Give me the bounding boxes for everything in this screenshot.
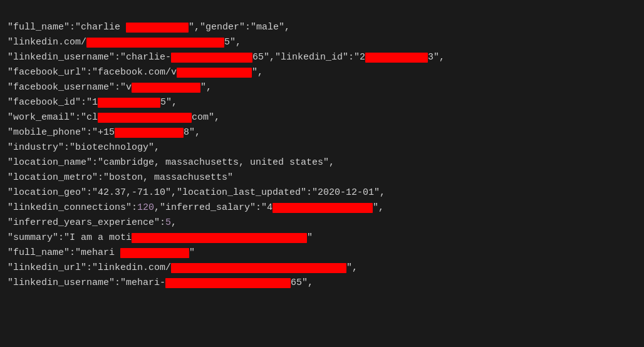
redacted-block xyxy=(132,83,200,93)
code-line: "linkedin_username":"mehari-65", xyxy=(8,276,636,291)
code-text: 5", xyxy=(160,95,177,110)
code-text: 120 xyxy=(137,200,154,215)
code-text: "location_name":"cambridge, massachusett… xyxy=(8,155,335,170)
code-text: "location_geo":"42.37,-71.10","location_… xyxy=(8,185,385,200)
code-text: "location_metro":"boston, massachusetts" xyxy=(8,170,233,185)
code-line: "work_email":"clcom", xyxy=(8,110,636,125)
code-line: "linkedin_username":"charlie-65","linked… xyxy=(8,50,636,65)
code-text: ", xyxy=(346,261,358,276)
code-text: " xyxy=(307,230,313,246)
code-text: "inferred_years_experience": xyxy=(8,215,165,230)
code-text: "facebook_url":"facebook.com/v xyxy=(8,65,177,80)
code-line: "facebook_url":"facebook.com/v", xyxy=(8,65,636,80)
code-line: "full_name":"mehari " xyxy=(8,246,636,261)
code-line: "location_name":"cambridge, massachusett… xyxy=(8,155,636,170)
code-text: ", xyxy=(252,65,263,80)
code-text: "facebook_id":"1 xyxy=(8,95,98,110)
code-text: "linkedin_username":"mehari- xyxy=(8,276,165,291)
code-text: 65", xyxy=(291,276,313,291)
redacted-block xyxy=(115,128,184,138)
code-text: "mobile_phone":"+15 xyxy=(8,125,115,140)
code-text: "full_name":"mehari xyxy=(8,246,120,261)
redacted-block xyxy=(165,278,291,288)
code-line: "summary":"I am a moti" xyxy=(8,230,636,246)
code-text: ","gender":"male", xyxy=(189,20,290,35)
redacted-block xyxy=(120,248,189,258)
code-text: "full_name":"charlie xyxy=(8,20,126,35)
code-line: "mobile_phone":"+158", xyxy=(8,125,636,140)
code-text: 5 xyxy=(165,215,171,230)
redacted-block xyxy=(98,98,160,108)
redacted-block xyxy=(86,38,224,48)
code-text: ", xyxy=(200,80,212,95)
redacted-block xyxy=(171,53,252,63)
code-text: 3", xyxy=(428,50,445,65)
redacted-block xyxy=(177,68,252,78)
code-text: com", xyxy=(192,110,220,125)
code-text: "linkedin_username":"charlie- xyxy=(8,50,171,65)
code-text: "work_email":"cl xyxy=(8,110,98,125)
code-line: "linkedin_url":"linkedin.com/", xyxy=(8,261,636,276)
code-line: "linkedin_connections":120,"inferred_sal… xyxy=(8,200,636,215)
code-line: "location_geo":"42.37,-71.10","location_… xyxy=(8,185,636,200)
code-text: 5", xyxy=(224,35,241,50)
code-line: "full_name":"charlie ","gender":"male", xyxy=(8,20,636,35)
code-text: , xyxy=(171,215,177,230)
code-line: "linkedin.com/5", xyxy=(8,35,636,50)
redacted-block xyxy=(273,203,373,213)
code-line: "industry":"biotechnology", xyxy=(8,140,636,155)
code-text: " xyxy=(189,246,195,261)
code-text: 65","linkedin_id":"2 xyxy=(252,50,365,65)
code-text: "summary":"I am a moti xyxy=(8,230,132,246)
code-text: "industry":"biotechnology", xyxy=(8,140,160,155)
code-text: ", xyxy=(373,200,384,215)
json-display: "full_name":"charlie ","gender":"male","… xyxy=(8,5,636,291)
code-text: "linkedin_connections": xyxy=(8,200,137,215)
redacted-block xyxy=(365,53,428,63)
redacted-block xyxy=(98,113,192,123)
code-line: "inferred_years_experience":5, xyxy=(8,215,636,230)
code-line: "facebook_id":"15", xyxy=(8,95,636,110)
redacted-block xyxy=(171,263,346,273)
code-line: "facebook_username":"v", xyxy=(8,80,636,95)
code-text: "linkedin.com/ xyxy=(8,35,86,50)
redacted-block xyxy=(132,233,307,243)
redacted-block xyxy=(126,23,189,33)
code-text: "linkedin_url":"linkedin.com/ xyxy=(8,261,171,276)
code-text: ,"inferred_salary":"4 xyxy=(154,200,273,215)
code-line: "location_metro":"boston, massachusetts" xyxy=(8,170,636,185)
code-text: 8", xyxy=(184,125,200,140)
code-text: "facebook_username":"v xyxy=(8,80,132,95)
